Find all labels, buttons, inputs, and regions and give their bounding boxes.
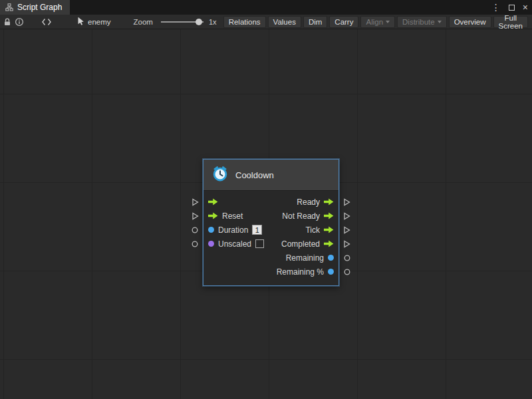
value-input-port[interactable] [192, 227, 198, 233]
cooldown-node[interactable]: Cooldown Ready [203, 159, 339, 286]
relations-button[interactable]: Relations [223, 16, 266, 28]
flow-arrow-icon [324, 198, 334, 205]
chevron-down-icon [386, 21, 390, 23]
node-title: Cooldown [235, 170, 274, 180]
toolbar-buttons: Relations Values Dim Carry Align Distrib… [223, 16, 529, 28]
value-input-port[interactable] [192, 241, 198, 247]
script-graph-icon [5, 3, 13, 11]
tab-title: Script Graph [17, 3, 62, 12]
close-icon[interactable]: × [523, 3, 528, 12]
align-button: Align [360, 16, 395, 28]
port-label: Reset [222, 211, 243, 221]
node-header[interactable]: Cooldown [203, 160, 338, 191]
info-icon[interactable] [15, 16, 24, 28]
tab-script-graph[interactable]: Script Graph [0, 0, 70, 15]
chevron-down-icon [438, 21, 442, 23]
distribute-button: Distribute [397, 16, 447, 28]
port-label: Remaining % [277, 267, 324, 277]
port-label: Not Ready [282, 211, 320, 221]
dim-button[interactable]: Dim [303, 16, 327, 28]
port-row: Ready [203, 195, 338, 209]
zoom-slider[interactable] [161, 17, 203, 27]
flow-arrow-icon [208, 212, 218, 219]
flow-output-port[interactable] [343, 198, 350, 206]
port-row: Reset Not Ready [203, 209, 338, 223]
value-port-dot [328, 255, 334, 261]
port-label: Remaining [286, 253, 324, 263]
port-label: Unscaled [218, 239, 251, 249]
flow-output-port[interactable] [343, 226, 350, 234]
values-button[interactable]: Values [268, 16, 301, 28]
alarm-clock-icon [211, 165, 229, 185]
graph-owner-label: enemy [88, 18, 111, 26]
port-label: Duration [218, 225, 248, 235]
carry-button[interactable]: Carry [329, 16, 358, 28]
flow-arrow-icon [208, 198, 218, 205]
flow-output-port[interactable] [343, 212, 350, 220]
flow-input-port[interactable] [192, 212, 199, 220]
window-controls: ⋮ × [491, 0, 528, 15]
node-body: Ready Reset [203, 191, 338, 285]
unscaled-checkbox[interactable] [255, 239, 264, 248]
graph-toolbar: enemy Zoom 1x Relations Values Dim Carry… [0, 15, 532, 29]
graph-canvas[interactable]: Cooldown Ready [0, 29, 532, 399]
flow-output-port[interactable] [343, 240, 350, 248]
graph-owner[interactable]: enemy [77, 17, 111, 27]
port-row: Remaining [203, 251, 338, 265]
maximize-icon[interactable] [509, 5, 515, 11]
zoom-value: 1x [209, 18, 217, 26]
zoom-label: Zoom [134, 18, 153, 26]
pointer-icon [77, 17, 85, 27]
overview-button[interactable]: Overview [449, 16, 491, 28]
value-output-port[interactable] [344, 269, 350, 275]
value-port-dot [208, 227, 214, 233]
flow-arrow-icon [324, 212, 334, 219]
value-output-port[interactable] [344, 255, 350, 261]
menu-icon[interactable]: ⋮ [491, 3, 501, 12]
lock-icon[interactable] [3, 16, 12, 28]
flow-arrow-icon [324, 240, 334, 247]
code-icon[interactable] [41, 16, 52, 28]
duration-field[interactable]: 1 [252, 225, 262, 235]
value-port-dot [328, 269, 334, 275]
zoom-slider-handle[interactable] [196, 19, 202, 25]
flow-arrow-icon [324, 226, 334, 233]
port-row: Unscaled Completed [203, 237, 338, 251]
port-row: Remaining % [203, 265, 338, 279]
tab-bar: Script Graph ⋮ × [0, 0, 532, 15]
port-row: Duration 1 Tick [203, 223, 338, 237]
full-screen-button[interactable]: Full Screen [493, 16, 528, 28]
port-label: Tick [305, 225, 320, 235]
port-label: Completed [281, 239, 320, 249]
port-label: Ready [297, 198, 320, 207]
flow-input-port[interactable] [192, 198, 199, 206]
value-port-dot [208, 241, 214, 247]
